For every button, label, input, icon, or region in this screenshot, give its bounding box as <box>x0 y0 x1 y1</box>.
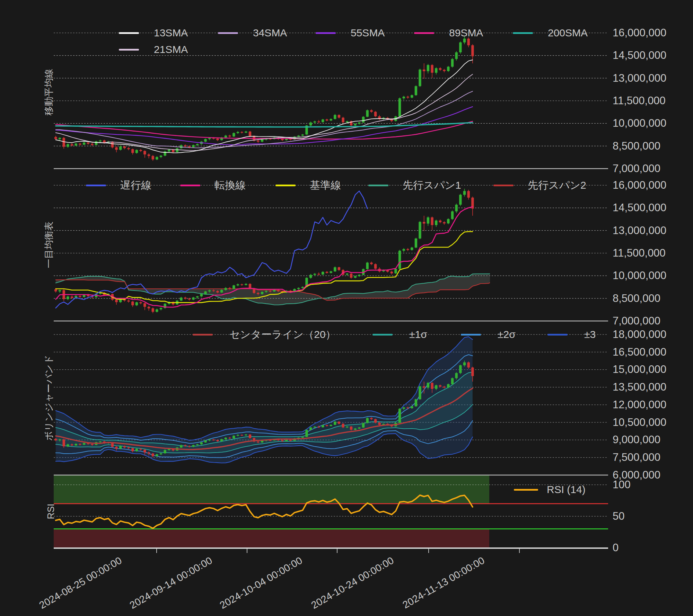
y-tick-panel3: 18,000,000 <box>613 328 666 341</box>
legend-label: 先行スパン1 <box>403 179 461 191</box>
technical-analysis-chart: 移動平均線 一目均衡表 ボリンジャーバンド RSI 16,000,00014,5… <box>0 0 693 616</box>
legend-swatch-±1σ <box>372 334 393 336</box>
legend-swatch-先行スパン2 <box>493 185 514 186</box>
legend-label: ±1σ <box>409 328 427 341</box>
y-tick-panel2: 7,000,000 <box>613 315 660 327</box>
y-tick-panel1: 14,500,000 <box>613 49 666 62</box>
y-tick-panel3: 10,500,000 <box>613 416 666 429</box>
legend-swatch-先行スパン1 <box>368 185 388 186</box>
y-tick-panel3: 13,500,000 <box>613 381 666 393</box>
legend-swatch-89SMA <box>414 32 434 34</box>
legend-swatch-RSI (14) <box>514 489 538 491</box>
y-tick-panel1: 8,500,000 <box>613 140 660 152</box>
legend-label: 基準線 <box>310 179 341 191</box>
legend-swatch-34SMA <box>218 32 238 34</box>
legend-label: 200SMA <box>548 27 588 39</box>
axis-title-rsi: RSI <box>46 503 56 519</box>
y-tick-panel1: 7,000,000 <box>613 162 660 175</box>
y-tick-panel2: 11,500,000 <box>613 247 666 259</box>
legend-label: 13SMA <box>154 27 188 39</box>
y-tick-panel2: 8,500,000 <box>613 292 660 305</box>
legend-label: ±2σ <box>498 328 516 341</box>
legend-swatch-±3 <box>547 334 568 336</box>
legend-label: 34SMA <box>253 27 287 39</box>
y-tick-panel2: 13,000,000 <box>613 224 666 237</box>
legend-swatch-200SMA <box>513 32 533 34</box>
legend-swatch-55SMA <box>316 32 336 34</box>
y-tick-panel2: 10,000,000 <box>613 269 666 282</box>
legend-swatch-基準線 <box>275 185 296 186</box>
legend-label: センターライン（20） <box>229 328 336 341</box>
y-tick-panel4: 0 <box>613 542 619 554</box>
legend-swatch-センターライン（20） <box>193 334 213 336</box>
legend-swatch-遅行線 <box>86 185 106 186</box>
axis-title-bollinger: ボリンジャーバンド <box>43 355 55 441</box>
y-tick-panel3: 16,500,000 <box>613 346 666 358</box>
legend-label: 21SMA <box>154 43 188 56</box>
y-tick-panel3: 7,500,000 <box>613 451 660 464</box>
y-tick-panel2: 14,500,000 <box>613 202 666 214</box>
y-tick-panel1: 13,000,000 <box>613 72 666 84</box>
y-tick-panel2: 16,000,000 <box>613 179 666 191</box>
legend-swatch-±2σ <box>461 334 481 336</box>
axis-title-sma: 移動平均線 <box>43 69 55 116</box>
y-tick-panel1: 11,500,000 <box>613 95 666 107</box>
legend-label: 89SMA <box>449 27 483 39</box>
legend-label: 先行スパン2 <box>528 179 586 191</box>
legend-label: 55SMA <box>351 27 385 39</box>
y-tick-panel4: 50 <box>613 510 624 523</box>
legend-swatch-転換線 <box>180 185 200 186</box>
legend-label: 転換線 <box>214 179 246 191</box>
legend-swatch-21SMA <box>119 49 139 51</box>
y-tick-panel4: 100 <box>613 479 631 491</box>
chart-canvas <box>0 0 693 616</box>
y-tick-panel3: 12,000,000 <box>613 399 666 411</box>
legend-label: RSI (14) <box>547 483 586 496</box>
y-tick-panel1: 10,000,000 <box>613 117 666 130</box>
y-tick-panel3: 15,000,000 <box>613 363 666 376</box>
legend-swatch-13SMA <box>119 32 139 34</box>
legend-label: 遅行線 <box>120 179 151 191</box>
legend-label: ±3 <box>584 328 596 341</box>
y-tick-panel1: 16,000,000 <box>613 27 666 39</box>
axis-title-ichimoku: 一目均衡表 <box>43 222 55 268</box>
y-tick-panel3: 9,000,000 <box>613 434 660 446</box>
